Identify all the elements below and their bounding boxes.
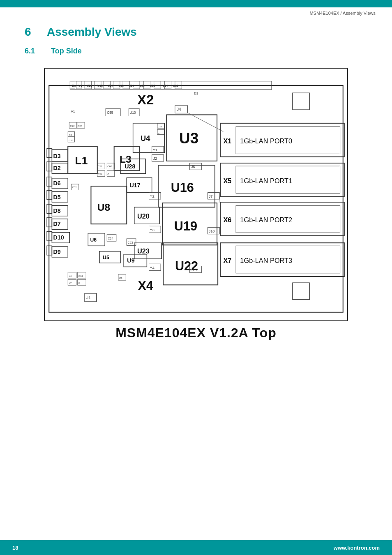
svg-text:C63: C63 — [78, 274, 83, 277]
svg-text:Y4: Y4 — [150, 266, 154, 270]
svg-text:U17: U17 — [108, 84, 113, 88]
svg-text:A1: A1 — [71, 110, 75, 113]
svg-text:X4: X4 — [138, 279, 153, 292]
svg-text:D6: D6 — [53, 180, 60, 187]
svg-text:U4: U4 — [141, 134, 150, 143]
svg-text:C55: C55 — [107, 111, 113, 115]
svg-text:U23: U23 — [137, 247, 150, 255]
svg-text:U20: U20 — [139, 84, 145, 88]
svg-text:U14: U14 — [162, 84, 168, 88]
svg-text:1Gb-LAN PORT1: 1Gb-LAN PORT1 — [240, 177, 292, 184]
svg-text:C8: C8 — [69, 134, 72, 136]
pcb-diagram-container: D1 U1 U21 U18 U17 U18 U19 U20 U13 U14 U1… — [25, 68, 367, 341]
svg-text:C: C — [78, 281, 81, 284]
svg-text:J13: J13 — [191, 268, 197, 272]
svg-text:Y3: Y3 — [150, 228, 154, 232]
svg-text:U15: U15 — [173, 84, 178, 88]
svg-text:D1: D1 — [194, 92, 198, 95]
svg-text:U3: U3 — [179, 130, 198, 147]
footer-page-number: 18 — [12, 545, 18, 551]
main-content: 6 Assembly Views 6.1 Top Side D1 U1 U21 … — [0, 17, 392, 382]
svg-text:C25: C25 — [78, 124, 83, 127]
svg-text:U16: U16 — [171, 180, 194, 194]
svg-text:C22: C22 — [70, 124, 75, 127]
svg-text:D9: D9 — [53, 249, 60, 255]
chapter-title: Assembly Views — [47, 25, 137, 39]
svg-text:D8: D8 — [53, 207, 60, 214]
svg-text:C23: C23 — [69, 139, 74, 142]
chapter-number: 6 — [25, 25, 37, 39]
svg-text:U13: U13 — [150, 84, 155, 88]
svg-text:L1: L1 — [75, 154, 88, 167]
svg-text:C52: C52 — [72, 186, 77, 189]
svg-text:U10: U10 — [129, 111, 136, 115]
svg-text:C: C — [158, 131, 160, 134]
chapter-heading: 6 Assembly Views — [25, 25, 367, 39]
svg-text:J1: J1 — [86, 295, 91, 300]
footer-website: www.kontron.com — [334, 545, 380, 551]
svg-text:L4: L4 — [69, 274, 71, 277]
svg-text:C57: C57 — [98, 165, 103, 168]
svg-text:U18: U18 — [97, 84, 103, 88]
svg-text:C66: C66 — [107, 165, 112, 168]
svg-text:U19: U19 — [174, 219, 197, 233]
section-heading: 6.1 Top Side — [25, 47, 367, 55]
svg-text:J7: J7 — [209, 194, 213, 198]
svg-text:C: C — [107, 173, 109, 175]
svg-text:C24: C24 — [108, 237, 113, 240]
svg-text:Y2: Y2 — [150, 194, 154, 198]
svg-text:U17: U17 — [129, 182, 140, 189]
svg-text:J10: J10 — [209, 229, 215, 233]
svg-text:U28: U28 — [125, 163, 135, 170]
svg-text:U20: U20 — [137, 212, 150, 220]
svg-text:D7: D7 — [53, 221, 60, 227]
svg-text:D5: D5 — [53, 194, 60, 200]
svg-text:U5: U5 — [103, 255, 109, 260]
svg-text:X7: X7 — [223, 257, 231, 264]
svg-text:1Gb-LAN PORT3: 1Gb-LAN PORT3 — [240, 257, 292, 264]
svg-text:L7: L7 — [69, 281, 71, 284]
svg-text:U6: U6 — [90, 237, 97, 243]
svg-text:J6: J6 — [191, 165, 195, 169]
pcb-caption: MSM4E104EX V1.2A Top — [115, 325, 277, 341]
svg-text:D1: D1 — [72, 84, 76, 88]
svg-text:U9: U9 — [127, 257, 134, 264]
svg-text:C3: C3 — [119, 276, 122, 279]
svg-text:U1: U1 — [78, 84, 82, 88]
svg-text:C98: C98 — [158, 125, 163, 128]
svg-text:J2: J2 — [153, 157, 157, 161]
svg-text:1Gb-LAN PORT2: 1Gb-LAN PORT2 — [240, 216, 292, 223]
section-title: Top Side — [51, 47, 82, 55]
svg-text:J4: J4 — [177, 107, 181, 112]
svg-text:X5: X5 — [223, 177, 231, 184]
pcb-diagram: D1 U1 U21 U18 U17 U18 U19 U20 U13 U14 U1… — [44, 68, 348, 321]
svg-text:D10: D10 — [53, 234, 64, 241]
svg-text:X1: X1 — [223, 137, 231, 145]
page-header: MSM4E104EX / Assembly Views — [0, 7, 392, 17]
section-number: 6.1 — [25, 47, 41, 55]
svg-text:U8: U8 — [97, 202, 110, 213]
header-bar — [0, 0, 392, 7]
breadcrumb: MSM4E104EX / Assembly Views — [309, 11, 376, 16]
svg-text:C54: C54 — [98, 173, 103, 175]
svg-text:1Gb-LAN PORT0: 1Gb-LAN PORT0 — [240, 137, 292, 145]
svg-text:X2: X2 — [137, 92, 154, 107]
svg-text:D2: D2 — [53, 165, 60, 171]
svg-text:D3: D3 — [53, 153, 60, 159]
svg-text:Y1: Y1 — [153, 148, 157, 152]
svg-text:X6: X6 — [223, 216, 231, 223]
pcb-svg: D1 U1 U21 U18 U17 U18 U19 U20 U13 U14 U1… — [45, 69, 347, 320]
svg-text:C53: C53 — [127, 241, 133, 244]
page-footer: 18 www.kontron.com — [0, 540, 392, 555]
